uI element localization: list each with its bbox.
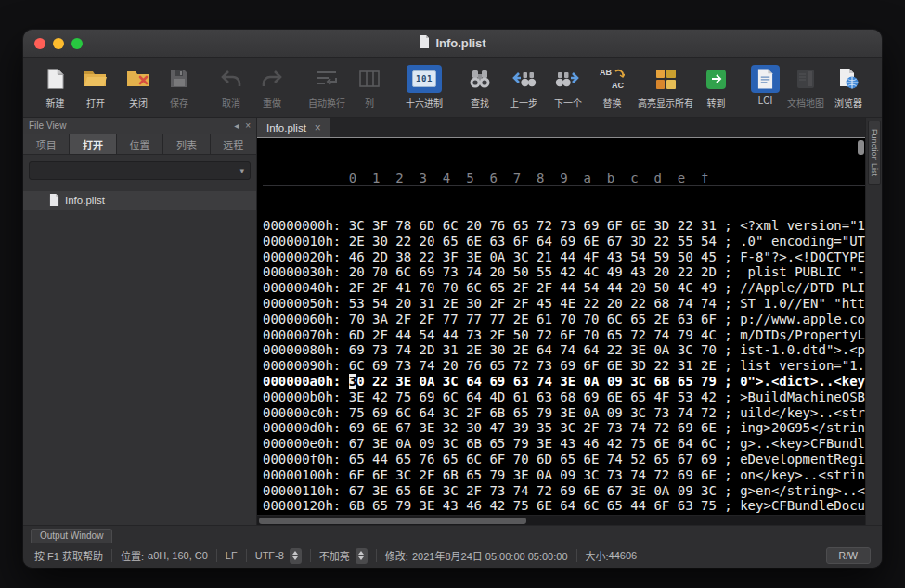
hex-ascii[interactable]: eDevelopmentRegi — [740, 452, 865, 467]
toolbar-button-find[interactable]: 查找 — [459, 64, 501, 110]
hex-ascii[interactable]: plist PUBLIC "- — [740, 264, 865, 279]
hex-ascii[interactable]: uild</key>..<str — [740, 405, 865, 420]
hex-row[interactable]: 00000000h: 3C 3F 78 6D 6C 20 76 65 72 73… — [263, 218, 865, 234]
toolbar-button-goto[interactable]: 转到 — [697, 64, 735, 110]
function-list-tab[interactable]: Function List — [868, 121, 881, 185]
hex-row[interactable]: 000000f0h: 65 44 65 76 65 6C 6F 70 6D 65… — [263, 452, 865, 467]
hex-row[interactable]: 00000110h: 67 3E 65 6E 3C 2F 73 74 72 69… — [263, 483, 865, 499]
hex-bytes[interactable]: 70 3A 2F 2F 77 77 77 2E 61 70 70 6C 65 2… — [349, 312, 717, 326]
hex-bytes[interactable]: 75 69 6C 64 3C 2F 6B 65 79 3E 0A 09 3C 7… — [349, 405, 717, 420]
read-write-toggle[interactable]: R/W — [826, 547, 871, 564]
hex-row[interactable]: 00000130h: 6D 65 6E 74 54 79 70 65 73 3C… — [263, 514, 865, 515]
toolbar-button-close[interactable]: 关闭 — [117, 64, 160, 110]
file-list-item[interactable]: Info.plist — [23, 191, 256, 210]
hex-row[interactable]: 000000a0h: 30 22 3E 0A 3C 64 69 63 74 3E… — [263, 374, 865, 390]
toolbar-button-find-next[interactable]: 下一个 — [546, 64, 590, 110]
hex-bytes[interactable]: 67 3E 65 6E 3C 2F 73 74 72 69 6E 67 3E 0… — [349, 483, 717, 498]
toolbar-button-replace[interactable]: ABAC 替换 — [590, 64, 634, 110]
toolbar-button-highlight-all[interactable]: 高亮显示所有 — [634, 64, 697, 110]
hex-ascii[interactable]: p://www.apple.co — [740, 312, 865, 326]
hex-row[interactable]: 00000080h: 69 73 74 2D 31 2E 30 2E 64 74… — [263, 342, 865, 358]
hex-bytes[interactable]: 6B 65 79 3E 43 46 42 75 6E 64 6C 65 44 6… — [349, 498, 717, 513]
encoding-stepper[interactable] — [290, 548, 302, 564]
hex-ascii[interactable]: m/DTDs/PropertyL — [740, 327, 865, 342]
hex-row[interactable]: 00000120h: 6B 65 79 3E 43 46 42 75 6E 64… — [263, 498, 865, 514]
close-button[interactable] — [34, 38, 45, 49]
hex-bytes[interactable]: 69 6E 67 3E 32 30 47 39 35 3C 2F 73 74 7… — [349, 420, 717, 435]
hex-bytes[interactable]: 69 73 74 2D 31 2E 30 2E 64 74 64 22 3E 0… — [349, 342, 717, 357]
hex-ascii[interactable]: F-8"?>.<!DOCTYPE — [740, 249, 865, 264]
hex-bytes[interactable]: 65 44 65 76 65 6C 6F 70 6D 65 6E 74 52 6… — [349, 452, 717, 467]
hex-ascii[interactable]: 0">.<dict>..<key — [740, 374, 865, 389]
hex-bytes[interactable]: 53 54 20 31 2E 30 2F 2F 45 4E 22 20 22 6… — [349, 296, 717, 311]
toolbar-button-find-previous[interactable]: 上一步 — [501, 64, 546, 110]
hex-bytes[interactable]: 2F 2F 41 70 70 6C 65 2F 2F 44 54 44 20 5… — [349, 280, 717, 295]
status-highlight-mode[interactable]: 不加亮 — [319, 548, 350, 563]
toolbar-button-browser[interactable]: 浏览器 — [828, 64, 869, 110]
minimize-button[interactable] — [53, 38, 64, 49]
editor-tab[interactable]: Info.plist × — [257, 118, 330, 137]
hex-ascii[interactable]: .0" encoding="UT — [740, 234, 865, 249]
hex-bytes[interactable]: 3C 3F 78 6D 6C 20 76 65 72 73 69 6F 6E 3… — [349, 218, 717, 233]
hex-row[interactable]: 00000090h: 6C 69 73 74 20 76 65 72 73 69… — [263, 358, 865, 374]
hex-ascii[interactable]: mentTypes</key>. — [740, 514, 865, 515]
toolbar-button-document-map[interactable]: 文档地图 — [783, 64, 828, 110]
hex-row[interactable]: 00000050h: 53 54 20 31 2E 30 2F 2F 45 4E… — [263, 296, 865, 312]
sidebar-tab-remote[interactable]: 远程 — [211, 134, 256, 154]
hex-bytes[interactable]: 2E 30 22 20 65 6E 63 6F 64 69 6E 67 3D 2… — [349, 234, 717, 249]
sidebar-tab-open[interactable]: 打开 — [70, 134, 116, 154]
toolbar-button-lci[interactable]: LCI — [747, 64, 783, 107]
panel-close-icon[interactable]: × — [245, 121, 251, 131]
sidebar-tab-list[interactable]: 列表 — [163, 134, 210, 154]
hex-bytes[interactable]: 67 3E 0A 09 3C 6B 65 79 3E 43 46 42 75 6… — [349, 436, 717, 451]
hex-ascii[interactable]: //Apple//DTD PLI — [740, 280, 865, 295]
hex-ascii[interactable]: >BuildMachineOSB — [740, 390, 865, 404]
output-window-tab[interactable]: Output Window — [31, 529, 112, 543]
horizontal-scrollbar-thumb[interactable] — [259, 518, 526, 524]
hex-ascii[interactable]: <?xml version="1 — [740, 218, 865, 233]
toolbar-button-undo[interactable]: 取消 — [211, 64, 252, 110]
tab-close-icon[interactable]: × — [315, 121, 321, 134]
hex-ascii[interactable]: ist-1.0.dtd">.<p — [740, 342, 865, 357]
toolbar-button-word-wrap[interactable]: 自动换行 — [304, 64, 349, 110]
hex-row[interactable]: 000000d0h: 69 6E 67 3E 32 30 47 39 35 3C… — [263, 420, 865, 436]
status-encoding[interactable]: UTF-8 — [255, 550, 284, 561]
toolbar-button-save[interactable]: 保存 — [160, 64, 199, 110]
hex-ascii[interactable]: list version="1. — [740, 358, 865, 373]
hex-bytes[interactable]: 30 22 3E 0A 3C 64 69 63 74 3E 0A 09 3C 6… — [349, 374, 717, 389]
toolbar-button-column-mode[interactable]: 列 — [349, 64, 390, 110]
hex-ascii[interactable]: on</key>..<strin — [740, 467, 865, 482]
hex-row[interactable]: 00000030h: 20 70 6C 69 73 74 20 50 55 42… — [263, 264, 865, 280]
hex-ascii[interactable]: key>CFBundleDocu — [740, 498, 865, 513]
file-filter-dropdown[interactable]: ▾ — [29, 161, 251, 180]
hex-bytes[interactable]: 46 2D 38 22 3F 3E 0A 3C 21 44 4F 43 54 5… — [349, 249, 717, 264]
hex-ascii[interactable]: ST 1.0//EN" "htt — [740, 296, 865, 311]
hex-ascii[interactable]: g>en</string>..< — [740, 483, 865, 498]
status-line-ending[interactable]: LF — [226, 550, 238, 561]
hex-row[interactable]: 00000010h: 2E 30 22 20 65 6E 63 6F 64 69… — [263, 234, 865, 249]
horizontal-scrollbar[interactable] — [257, 515, 865, 525]
hex-editor[interactable]: 0 1 2 3 4 5 6 7 8 9 a b c d e f 00000000… — [257, 138, 865, 515]
hex-row[interactable]: 000000e0h: 67 3E 0A 09 3C 6B 65 79 3E 43… — [263, 436, 865, 452]
highlight-stepper[interactable] — [356, 548, 368, 564]
hex-row[interactable]: 000000b0h: 3E 42 75 69 6C 64 4D 61 63 68… — [263, 390, 865, 405]
hex-bytes[interactable]: 6C 69 73 74 20 76 65 72 73 69 6F 6E 3D 2… — [349, 358, 717, 373]
hex-bytes[interactable]: 6D 65 6E 74 54 79 70 65 73 3C 2F 6B 65 7… — [349, 514, 717, 515]
hex-bytes[interactable]: 3E 42 75 69 6C 64 4D 61 63 68 69 6E 65 4… — [349, 390, 717, 404]
sidebar-tab-project[interactable]: 项目 — [23, 134, 70, 154]
toolbar-button-open[interactable]: 打开 — [74, 64, 117, 110]
hex-row[interactable]: 00000040h: 2F 2F 41 70 70 6C 65 2F 2F 44… — [263, 280, 865, 296]
hex-bytes[interactable]: 20 70 6C 69 73 74 20 50 55 42 4C 49 43 2… — [349, 264, 717, 279]
hex-ascii[interactable]: g>..<key>CFBundl — [740, 436, 865, 451]
toolbar-button-new[interactable]: 新建 — [36, 64, 74, 110]
vertical-scrollbar-thumb[interactable] — [858, 140, 864, 155]
hex-row[interactable]: 00000070h: 6D 2F 44 54 44 73 2F 50 72 6F… — [263, 327, 865, 343]
hex-row[interactable]: 000000c0h: 75 69 6C 64 3C 2F 6B 65 79 3E… — [263, 405, 865, 421]
sidebar-tab-location[interactable]: 位置 — [117, 134, 163, 154]
hex-row[interactable]: 00000100h: 6F 6E 3C 2F 6B 65 79 3E 0A 09… — [263, 467, 865, 483]
panel-collapse-icon[interactable]: ◂ — [234, 121, 239, 131]
vertical-scrollbar[interactable] — [857, 138, 865, 515]
toolbar-button-redo[interactable]: 重做 — [252, 64, 292, 110]
zoom-button[interactable] — [71, 38, 83, 49]
hex-row[interactable]: 00000060h: 70 3A 2F 2F 77 77 77 2E 61 70… — [263, 312, 865, 327]
